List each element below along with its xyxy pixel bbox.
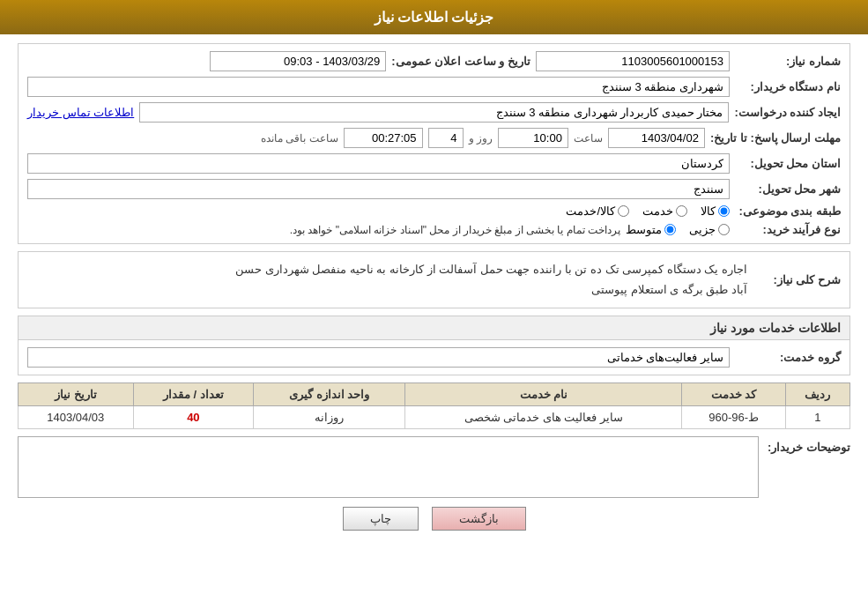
response-date-input[interactable] [608, 128, 705, 148]
table-body: 1 ط-96-960 سایر فعالیت های خدماتی شخصی ر… [19, 405, 850, 428]
category-radio-both[interactable] [618, 205, 629, 217]
purchase-radio-partial[interactable] [718, 224, 730, 235]
need-number-label: شماره نیاز: [735, 55, 841, 68]
purchase-medium-label: متوسط [626, 223, 662, 236]
table-row: 1 ط-96-960 سایر فعالیت های خدماتی شخصی ر… [19, 405, 850, 428]
category-goods-label: کالا [701, 204, 716, 218]
city-input[interactable] [27, 179, 730, 199]
col-service-name: نام خدمت [405, 382, 682, 405]
service-group-input[interactable] [27, 347, 730, 368]
category-option-goods[interactable]: کالا [701, 204, 730, 218]
purchase-type-row: نوع فرآیند خرید: جزیی متوسط پرداخت تمام … [27, 223, 841, 236]
announcement-date-input[interactable] [210, 51, 386, 71]
cell-unit: روزانه [254, 405, 405, 428]
action-buttons: بازگشت چاپ [18, 507, 850, 539]
purchase-radio-medium[interactable] [664, 224, 676, 235]
description-line2: آباد طبق برگه ی استعلام پیوستی [235, 279, 747, 300]
requester-label: ایجاد کننده درخواست: [734, 106, 841, 119]
purchase-type-label: نوع فرآیند خرید: [735, 223, 841, 236]
announcement-date-label: تاریخ و ساعت اعلان عمومی: [391, 55, 530, 68]
purchase-type-radio-group: جزیی متوسط [626, 223, 730, 236]
col-date: تاریخ نیاز [19, 382, 134, 405]
requester-row: ایجاد کننده درخواست: اطلاعات تماس خریدار [27, 102, 841, 123]
services-section: اطلاعات خدمات مورد نیاز گروه خدمت: ردیف … [18, 316, 850, 429]
back-button[interactable]: بازگشت [432, 507, 526, 531]
table-header-row: ردیف کد خدمت نام خدمت واحد اندازه گیری ت… [19, 382, 850, 405]
response-day-label: روز و [469, 132, 493, 145]
description-line1: اجاره یک دستگاه کمپرسی تک ده تن با رانند… [235, 259, 747, 279]
category-row: طبقه بندی موضوعی: کالا خدمت کالا/خدمت [27, 204, 841, 218]
need-number-row: شماره نیاز: تاریخ و ساعت اعلان عمومی: [27, 51, 841, 71]
province-label: استان محل تحویل: [735, 157, 841, 170]
contact-link[interactable]: اطلاعات تماس خریدار [27, 106, 134, 119]
service-group-row: گروه خدمت: [27, 347, 841, 368]
category-option-both[interactable]: کالا/خدمت [566, 204, 629, 218]
response-day-input[interactable] [428, 128, 464, 148]
remaining-time-input[interactable] [344, 128, 423, 148]
province-input[interactable] [27, 153, 730, 174]
cell-service-name: سایر فعالیت های خدماتی شخصی [405, 405, 682, 428]
col-service-code: کد خدمت [682, 382, 785, 405]
category-label: طبقه بندی موضوعی: [735, 204, 841, 218]
top-info-section: شماره نیاز: تاریخ و ساعت اعلان عمومی: نا… [18, 43, 850, 244]
col-unit: واحد اندازه گیری [254, 382, 405, 405]
description-section: شرح کلی نیاز: اجاره یک دستگاه کمپرسی تک … [18, 251, 850, 308]
category-radio-group: کالا خدمت کالا/خدمت [566, 204, 730, 218]
page-header: جزئیات اطلاعات نیاز [0, 0, 868, 34]
category-service-label: خدمت [642, 204, 673, 218]
buyer-org-label: نام دستگاه خریدار: [735, 80, 841, 93]
buyer-org-input[interactable] [27, 77, 730, 97]
purchase-option-medium[interactable]: متوسط [626, 223, 676, 236]
purchase-partial-label: جزیی [689, 223, 716, 236]
requester-input[interactable] [139, 102, 729, 123]
city-label: شهر محل تحویل: [735, 182, 841, 196]
description-row: شرح کلی نیاز: اجاره یک دستگاه کمپرسی تک … [27, 259, 841, 301]
buyer-notes-section: توضیحات خریدار: [18, 436, 850, 498]
province-row: استان محل تحویل: [27, 153, 841, 174]
remaining-time-label: ساعت باقی مانده [261, 132, 338, 145]
col-quantity: تعداد / مقدار [133, 382, 254, 405]
services-section-title: اطلاعات خدمات مورد نیاز [18, 316, 850, 339]
buyer-org-row: نام دستگاه خریدار: [27, 77, 841, 97]
purchase-option-partial[interactable]: جزیی [689, 223, 730, 236]
main-content: شماره نیاز: تاریخ و ساعت اعلان عمومی: نا… [0, 34, 868, 548]
cell-date: 1403/04/03 [19, 405, 134, 428]
buyer-notes-textarea[interactable] [18, 436, 759, 498]
purchase-note: پرداخت تمام یا بخشی از مبلغ خریدار از مح… [27, 224, 620, 236]
page-wrapper: جزئیات اطلاعات نیاز شماره نیاز: تاریخ و … [0, 0, 868, 609]
cell-row-number: 1 [785, 405, 849, 428]
page-title: جزئیات اطلاعات نیاز [375, 10, 494, 25]
description-label: شرح کلی نیاز: [753, 273, 841, 286]
services-table: ردیف کد خدمت نام خدمت واحد اندازه گیری ت… [18, 382, 850, 429]
category-option-service[interactable]: خدمت [642, 204, 687, 218]
deadline-row: مهلت ارسال پاسخ: تا تاریخ: ساعت روز و سا… [27, 128, 841, 148]
cell-quantity: 40 [133, 405, 254, 428]
col-row-number: ردیف [785, 382, 849, 405]
category-radio-goods[interactable] [718, 205, 730, 217]
buyer-notes-label: توضیحات خریدار: [768, 436, 850, 454]
service-group-label: گروه خدمت: [735, 351, 841, 364]
description-content: اجاره یک دستگاه کمپرسی تک ده تن با رانند… [235, 259, 747, 301]
response-time-label: ساعت [574, 132, 603, 145]
cell-service-code: ط-96-960 [682, 405, 785, 428]
category-radio-service[interactable] [676, 205, 687, 217]
need-number-input[interactable] [536, 51, 730, 71]
response-deadline-label: مهلت ارسال پاسخ: تا تاریخ: [710, 131, 841, 145]
service-group-row-container: گروه خدمت: [18, 339, 850, 375]
city-row: شهر محل تحویل: [27, 179, 841, 199]
category-both-label: کالا/خدمت [566, 204, 615, 218]
response-time-input[interactable] [498, 128, 568, 148]
print-button[interactable]: چاپ [343, 507, 419, 531]
